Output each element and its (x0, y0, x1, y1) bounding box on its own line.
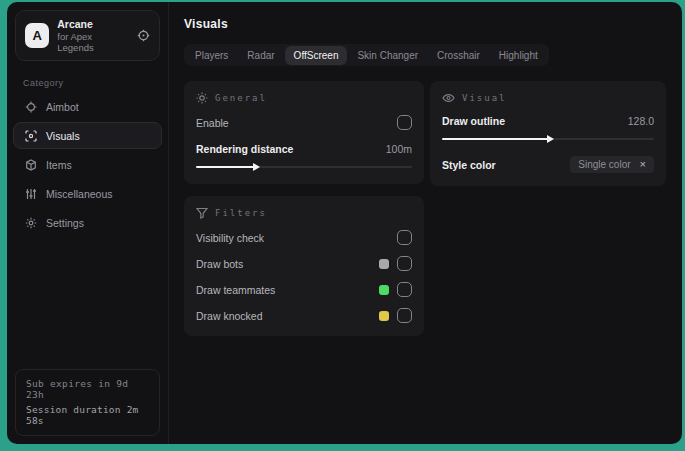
filters-panel: Filters Visibility check Draw bots (184, 196, 424, 336)
style-color-value: Single color (578, 159, 630, 170)
app-subtitle: for Apex Legends (57, 31, 129, 53)
sidebar-item-aimbot[interactable]: Aimbot (13, 93, 162, 120)
sidebar-item-label: Aimbot (46, 101, 79, 113)
panel-title: Visual (462, 93, 507, 103)
sidebar: A Arcane for Apex Legends Category (7, 2, 169, 444)
tab-skin-changer[interactable]: Skin Changer (348, 46, 427, 64)
enable-label: Enable (196, 117, 229, 129)
tab-players[interactable]: Players (186, 46, 237, 64)
sidebar-item-settings[interactable]: Settings (13, 209, 162, 236)
tab-bar: Players Radar OffScreen Skin Changer Cro… (184, 44, 549, 66)
close-icon[interactable]: × (640, 159, 646, 170)
eye-icon (442, 92, 455, 104)
app-logo: A (25, 23, 49, 48)
sub-expires-text: Sub expires in 9d 23h (26, 378, 149, 400)
draw-knocked-color-swatch[interactable] (379, 311, 389, 321)
category-label: Category (23, 78, 168, 88)
rendering-distance-slider[interactable] (196, 163, 412, 171)
sun-icon (196, 92, 208, 104)
app-window: A Arcane for Apex Legends Category (7, 2, 682, 444)
crosshair-icon (24, 101, 37, 113)
main-content: Visuals Players Radar OffScreen Skin Cha… (169, 2, 682, 444)
general-panel: General Enable Rendering distance 100m (184, 81, 424, 184)
sidebar-item-miscellaneous[interactable]: Miscellaneous (13, 180, 162, 207)
tab-highlight[interactable]: Highlight (490, 46, 547, 64)
sidebar-item-label: Settings (46, 217, 84, 229)
draw-bots-checkbox[interactable] (397, 256, 412, 271)
slider-fill[interactable] (442, 138, 548, 140)
panel-title: General (215, 93, 267, 103)
tab-offscreen[interactable]: OffScreen (285, 46, 348, 65)
cube-icon (24, 159, 37, 171)
funnel-icon (196, 207, 208, 219)
scan-eye-icon (24, 130, 37, 142)
sidebar-item-items[interactable]: Items (13, 151, 162, 178)
target-icon[interactable] (137, 29, 150, 42)
draw-outline-slider[interactable] (442, 135, 654, 143)
slider-fill[interactable] (196, 166, 254, 168)
rendering-distance-label: Rendering distance (196, 143, 293, 155)
draw-knocked-checkbox[interactable] (397, 308, 412, 323)
enable-checkbox[interactable] (397, 115, 412, 130)
draw-teammates-color-swatch[interactable] (379, 285, 389, 295)
gear-icon (24, 217, 37, 229)
subscription-card: Sub expires in 9d 23h Session duration 2… (15, 369, 160, 436)
panel-title: Filters (215, 208, 267, 218)
visibility-check-checkbox[interactable] (397, 230, 412, 245)
sliders-icon (24, 188, 37, 200)
brand-card: A Arcane for Apex Legends (15, 10, 160, 61)
draw-outline-value: 128.0 (628, 115, 654, 127)
draw-outline-label: Draw outline (442, 115, 505, 127)
sidebar-item-label: Items (46, 159, 72, 171)
sidebar-item-label: Miscellaneous (46, 188, 113, 200)
sidebar-item-label: Visuals (46, 130, 80, 142)
style-color-select[interactable]: Single color × (570, 156, 654, 173)
tab-radar[interactable]: Radar (238, 46, 283, 64)
app-name: Arcane (57, 18, 129, 30)
page-title: Visuals (184, 17, 666, 31)
tab-crosshair[interactable]: Crosshair (428, 46, 489, 64)
sidebar-nav: Aimbot Visuals Items (7, 93, 168, 236)
draw-bots-label: Draw bots (196, 258, 243, 270)
visibility-check-label: Visibility check (196, 232, 264, 244)
draw-knocked-label: Draw knocked (196, 310, 263, 322)
session-duration-text: Session duration 2m 58s (26, 404, 149, 426)
draw-bots-color-swatch[interactable] (379, 259, 389, 269)
rendering-distance-value: 100m (386, 143, 412, 155)
visual-panel: Visual Draw outline 128.0 Style color Si… (430, 81, 666, 186)
style-color-label: Style color (442, 159, 496, 171)
draw-teammates-label: Draw teammates (196, 284, 275, 296)
sidebar-item-visuals[interactable]: Visuals (13, 122, 162, 149)
draw-teammates-checkbox[interactable] (397, 282, 412, 297)
